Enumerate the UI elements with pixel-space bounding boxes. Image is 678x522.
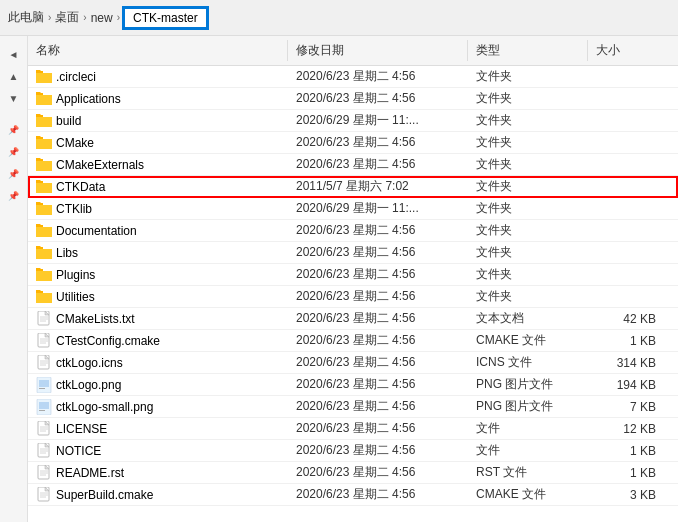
folder-icon [36,289,52,305]
file-modified: 2020/6/23 星期二 4:56 [288,89,468,108]
folder-icon [36,69,52,85]
file-icon [36,443,52,459]
nav-pin-4[interactable]: 📌 [4,186,24,206]
nav-back[interactable]: ◄ [4,44,24,64]
file-modified: 2020/6/23 星期二 4:56 [288,485,468,504]
file-type: 文件夹 [468,89,588,108]
file-name: SuperBuild.cmake [56,488,153,502]
file-size [588,164,668,166]
file-modified: 2020/6/23 星期二 4:56 [288,243,468,262]
table-row[interactable]: CTestConfig.cmake 2020/6/23 星期二 4:56 CMA… [28,330,678,352]
file-type: 文件夹 [468,221,588,240]
file-modified: 2020/6/23 星期二 4:56 [288,265,468,284]
file-type: 文件夹 [468,111,588,130]
table-row[interactable]: build 2020/6/29 星期一 11:... 文件夹 [28,110,678,132]
file-rows-container: .circleci 2020/6/23 星期二 4:56 文件夹 Applica… [28,66,678,506]
table-row[interactable]: ctkLogo.png 2020/6/23 星期二 4:56 PNG 图片文件 … [28,374,678,396]
file-size: 1 KB [588,465,668,481]
file-type: CMAKE 文件 [468,331,588,350]
file-modified: 2020/6/23 星期二 4:56 [288,419,468,438]
table-row[interactable]: SuperBuild.cmake 2020/6/23 星期二 4:56 CMAK… [28,484,678,506]
table-row[interactable]: README.rst 2020/6/23 星期二 4:56 RST 文件 1 K… [28,462,678,484]
file-type: 文件 [468,441,588,460]
col-name[interactable]: 名称 [28,40,288,61]
breadcrumb-desktop[interactable]: 桌面 [55,9,79,26]
folder-icon [36,91,52,107]
breadcrumb-new[interactable]: new [91,11,113,25]
file-size: 314 KB [588,355,668,371]
file-modified: 2020/6/23 星期二 4:56 [288,133,468,152]
table-row[interactable]: CMakeLists.txt 2020/6/23 星期二 4:56 文本文档 4… [28,308,678,330]
file-name: CMake [56,136,94,150]
file-modified: 2020/6/23 星期二 4:56 [288,331,468,350]
file-name: Documentation [56,224,137,238]
table-row[interactable]: LICENSE 2020/6/23 星期二 4:56 文件 12 KB [28,418,678,440]
folder-icon [36,267,52,283]
table-row[interactable]: CMake 2020/6/23 星期二 4:56 文件夹 [28,132,678,154]
file-icon [36,377,52,393]
file-name-cell: LICENSE [28,420,288,438]
title-bar: 此电脑 › 桌面 › new › CTK-master [0,0,678,36]
file-name-cell: README.rst [28,464,288,482]
table-row[interactable]: NOTICE 2020/6/23 星期二 4:56 文件 1 KB [28,440,678,462]
breadcrumb-pc[interactable]: 此电脑 [8,9,44,26]
table-row[interactable]: CTKData 2011/5/7 星期六 7:02 文件夹 [28,176,678,198]
file-name: LICENSE [56,422,107,436]
file-name-cell: Plugins [28,266,288,284]
file-modified: 2020/6/23 星期二 4:56 [288,397,468,416]
file-modified: 2020/6/23 星期二 4:56 [288,221,468,240]
file-type: 文件夹 [468,199,588,218]
file-name: ctkLogo.icns [56,356,123,370]
file-size: 194 KB [588,377,668,393]
breadcrumb-ctk-master[interactable]: CTK-master [124,8,207,28]
table-row[interactable]: ctkLogo.icns 2020/6/23 星期二 4:56 ICNS 文件 … [28,352,678,374]
nav-down[interactable]: ▼ [4,88,24,108]
folder-icon [36,179,52,195]
table-row[interactable]: .circleci 2020/6/23 星期二 4:56 文件夹 [28,66,678,88]
file-name-cell: ctkLogo.png [28,376,288,394]
table-row[interactable]: Plugins 2020/6/23 星期二 4:56 文件夹 [28,264,678,286]
file-icon [36,487,52,503]
nav-pin-1[interactable]: 📌 [4,120,24,140]
table-row[interactable]: Documentation 2020/6/23 星期二 4:56 文件夹 [28,220,678,242]
table-row[interactable]: Applications 2020/6/23 星期二 4:56 文件夹 [28,88,678,110]
file-list[interactable]: 名称 修改日期 类型 大小 .circleci 2020/6/23 星期二 4:… [28,36,678,522]
file-name: ctkLogo-small.png [56,400,153,414]
file-type: 文件夹 [468,155,588,174]
svg-rect-17 [39,410,45,411]
breadcrumb: 此电脑 › 桌面 › new › CTK-master [8,8,207,28]
nav-up[interactable]: ▲ [4,66,24,86]
file-icon [36,311,52,327]
file-type: RST 文件 [468,463,588,482]
file-modified: 2020/6/23 星期二 4:56 [288,353,468,372]
file-name: Libs [56,246,78,260]
table-row[interactable]: Libs 2020/6/23 星期二 4:56 文件夹 [28,242,678,264]
file-name-cell: build [28,112,288,130]
nav-pin-3[interactable]: 📌 [4,164,24,184]
main-area: ◄ ▲ ▼ 📌 📌 📌 📌 名称 修改日期 类型 大小 .circleci 20… [0,36,678,522]
table-row[interactable]: CTKlib 2020/6/29 星期一 11:... 文件夹 [28,198,678,220]
file-name: CTKData [56,180,105,194]
table-row[interactable]: CMakeExternals 2020/6/23 星期二 4:56 文件夹 [28,154,678,176]
file-name: Applications [56,92,121,106]
file-name: ctkLogo.png [56,378,121,392]
file-modified: 2020/6/23 星期二 4:56 [288,441,468,460]
folder-icon [36,157,52,173]
col-type[interactable]: 类型 [468,40,588,61]
table-row[interactable]: Utilities 2020/6/23 星期二 4:56 文件夹 [28,286,678,308]
file-modified: 2011/5/7 星期六 7:02 [288,177,468,196]
col-modified[interactable]: 修改日期 [288,40,468,61]
col-size[interactable]: 大小 [588,40,668,61]
folder-icon [36,223,52,239]
file-icon [36,421,52,437]
file-name-cell: Applications [28,90,288,108]
file-name-cell: CTKData [28,178,288,196]
nav-pin-2[interactable]: 📌 [4,142,24,162]
file-type: 文件夹 [468,67,588,86]
sep-2: › [83,12,86,23]
file-type: 文件夹 [468,287,588,306]
file-size [588,142,668,144]
file-name-cell: ctkLogo.icns [28,354,288,372]
file-name: .circleci [56,70,96,84]
table-row[interactable]: ctkLogo-small.png 2020/6/23 星期二 4:56 PNG… [28,396,678,418]
